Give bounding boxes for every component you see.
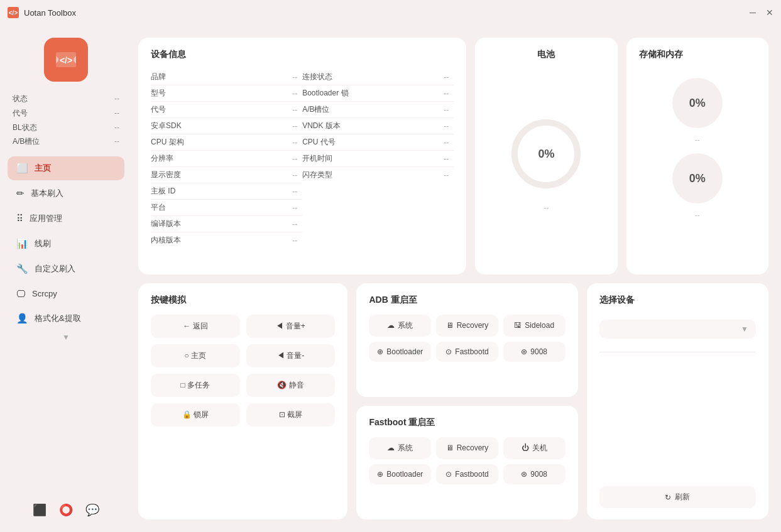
- adb-btn-fastbootd-label: Fastbootd: [455, 347, 488, 356]
- sidebar-label-format: 格式化&提取: [35, 313, 81, 324]
- device-label-density: 显示密度: [151, 170, 181, 180]
- bootloader-icon: ⊕: [377, 347, 383, 356]
- fastboot-restart-btns: ☁ 系统 🖥 Recovery ⏻ 关机 ⊕: [369, 437, 565, 484]
- key-btn-vol-up[interactable]: ◀ 音量+: [246, 315, 336, 338]
- status-row-codename: 代号 --: [13, 106, 119, 121]
- key-sim-title: 按键模拟: [151, 295, 335, 306]
- adb-btn-system-label: 系统: [398, 320, 413, 331]
- sidebar-label-flash: 基本刷入: [31, 188, 63, 199]
- key-btn-lock[interactable]: 🔒 锁屏: [151, 403, 240, 426]
- fastboot-btn-system[interactable]: ☁ 系统: [369, 437, 431, 459]
- fastboot-btn-recovery-label: Recovery: [457, 443, 489, 452]
- device-left-col: 品牌 -- 型号 -- 代号 -- 安卓SDK: [151, 69, 302, 248]
- device-row-flash-type: 闪存类型 --: [302, 167, 454, 183]
- bottom-row: 按键模拟 ← 返回 ◀ 音量+ ○ 主页 ◀ 音量- □ 多任务 🔇 静音 🔒 …: [138, 283, 768, 520]
- svg-text:</>: </>: [60, 55, 72, 65]
- adb-btn-sideload[interactable]: 🖫 Sideload: [503, 315, 565, 337]
- adb-btn-system[interactable]: ☁ 系统: [369, 315, 431, 337]
- sidebar-item-custom[interactable]: 🔧 自定义刷入: [8, 257, 124, 281]
- key-btn-vol-down[interactable]: ◀ 音量-: [246, 344, 336, 367]
- key-btn-mute[interactable]: 🔇 静音: [246, 374, 336, 397]
- key-btn-screenshot[interactable]: ⊡ 截屏: [246, 403, 336, 426]
- device-row-resolution: 分辨率 --: [151, 151, 302, 167]
- battery-sub: --: [543, 204, 549, 212]
- chat-icon[interactable]: 💬: [85, 503, 99, 517]
- fastboot-btn-shutdown[interactable]: ⏻ 关机: [503, 437, 565, 459]
- adb-btn-9008-label: 9008: [530, 347, 547, 356]
- battery-content: 0% --: [511, 69, 581, 263]
- sidebar-item-flash[interactable]: ✏ 基本刷入: [8, 182, 124, 205]
- device-label-model: 型号: [151, 88, 166, 99]
- status-label-state: 状态: [13, 92, 28, 106]
- device-label-flash-type: 闪存类型: [302, 170, 332, 180]
- device-row-model: 型号 --: [151, 85, 302, 102]
- logo-box: </>: [44, 38, 88, 82]
- refresh-button[interactable]: ↻ 刷新: [599, 486, 756, 508]
- fastboot-restart-title: Fastboot 重启至: [369, 417, 565, 428]
- battery-title: 电池: [537, 49, 555, 60]
- sidebar-item-home[interactable]: ⬜ 主页: [8, 156, 124, 180]
- refresh-icon: ↻: [665, 493, 671, 502]
- fastboot-btn-9008-label: 9008: [530, 470, 547, 479]
- adb-btn-bootloader[interactable]: ⊕ Bootloader: [369, 342, 431, 362]
- fastboot-btn-fastbootd[interactable]: ⊙ Fastbootd: [436, 464, 498, 484]
- minimize-button[interactable]: ─: [750, 8, 756, 18]
- adb-btn-recovery-label: Recovery: [457, 321, 489, 330]
- wire-icon: 📊: [16, 238, 28, 249]
- sidebar-item-wire[interactable]: 📊 线刷: [8, 232, 124, 256]
- device-label-conn: 连接状态: [302, 72, 332, 82]
- fastboot-btn-bootloader[interactable]: ⊕ Bootloader: [369, 464, 431, 484]
- app-title: Uotan Toolbox: [24, 8, 745, 18]
- device-label-sdk: 安卓SDK: [151, 121, 182, 131]
- storage-ring1-group: 0% --: [639, 78, 756, 144]
- 9008-icon: ⊛: [521, 347, 527, 356]
- device-right-col: 连接状态 -- Bootloader 锁 -- A/B槽位 -- VNDK: [302, 69, 454, 248]
- device-label-vndk: VNDK 版本: [302, 121, 341, 131]
- status-label-codename: 代号: [13, 106, 28, 121]
- adb-restart-btns: ☁ 系统 🖥 Recovery 🖫 Sideload ⊕: [369, 315, 565, 362]
- sidebar-item-format[interactable]: 👤 格式化&提取: [8, 307, 124, 330]
- terminal-icon[interactable]: ⬛: [33, 503, 46, 517]
- adb-btn-recovery[interactable]: 🖥 Recovery: [436, 315, 498, 337]
- device-label-board: 主板 ID: [151, 186, 175, 197]
- sidebar-nav: ⬜ 主页 ✏ 基本刷入 ⠿ 应用管理 📊 线刷 🔧 自定义刷入 🖵 Scrcp: [0, 156, 132, 497]
- key-btn-home[interactable]: ○ 主页: [151, 344, 240, 367]
- chevron-down-icon: ▼: [741, 325, 748, 334]
- key-btn-back[interactable]: ← 返回: [151, 315, 240, 338]
- device-row-board: 主板 ID --: [151, 183, 302, 200]
- device-dropdown[interactable]: ▼: [599, 320, 756, 339]
- device-val-board: --: [292, 187, 297, 196]
- fastboot-btn-shutdown-label: 关机: [532, 443, 547, 453]
- adb-btn-fastbootd[interactable]: ⊙ Fastbootd: [436, 342, 498, 362]
- adb-restart-card: ADB 重启至 ☁ 系统 🖥 Recovery 🖫 Sideload: [356, 283, 577, 397]
- key-btn-multitask[interactable]: □ 多任务: [151, 374, 240, 397]
- close-button[interactable]: ✕: [766, 8, 773, 18]
- device-info-card: 设备信息 品牌 -- 型号 -- 代号: [138, 38, 466, 274]
- status-val-state: --: [114, 92, 119, 106]
- device-label-resolution: 分辨率: [151, 153, 173, 164]
- device-row-build: 编译版本 --: [151, 216, 302, 232]
- sidebar-label-scrcpy: Scrcpy: [32, 289, 57, 298]
- device-val-platform: --: [292, 204, 297, 212]
- sidebar-item-scrcpy[interactable]: 🖵 Scrcpy: [8, 282, 124, 305]
- storage-ring2-sub: --: [695, 211, 700, 220]
- sideload-icon: 🖫: [514, 321, 522, 330]
- fastboot-btn-9008[interactable]: ⊛ 9008: [503, 464, 565, 484]
- sidebar-item-apps[interactable]: ⠿ 应用管理: [8, 207, 124, 231]
- expand-icon[interactable]: ▼: [62, 333, 70, 342]
- device-val-codename: --: [292, 106, 297, 114]
- choose-spacer: [599, 359, 756, 487]
- key-grid: ← 返回 ◀ 音量+ ○ 主页 ◀ 音量- □ 多任务 🔇 静音 🔒 锁屏 ⊡ …: [151, 315, 335, 426]
- device-row-density: 显示密度 --: [151, 167, 302, 183]
- device-val-vndk: --: [444, 122, 449, 131]
- device-val-uptime: --: [444, 155, 449, 163]
- device-info-grid: 品牌 -- 型号 -- 代号 -- 安卓SDK: [151, 69, 454, 248]
- adb-btn-9008[interactable]: ⊛ 9008: [503, 342, 565, 362]
- github-icon[interactable]: ⭕: [59, 503, 73, 517]
- fastboot-btn-recovery[interactable]: 🖥 Recovery: [436, 437, 498, 459]
- device-label-codename: 代号: [151, 104, 166, 115]
- device-row-cpu-arch: CPU 架构 --: [151, 134, 302, 151]
- fb-bootloader-icon: ⊕: [377, 470, 383, 479]
- home-icon: ⬜: [16, 163, 28, 174]
- status-val-codename: --: [114, 106, 119, 121]
